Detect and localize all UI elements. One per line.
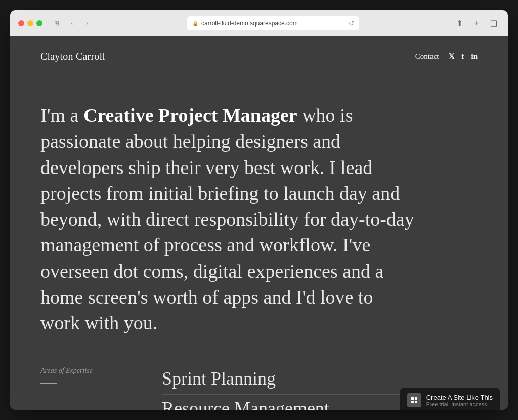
hero-text: I'm a Creative Project Manager who is pa…: [40, 103, 415, 337]
browser-window: ⊞ ‹ › 🔒 carroll-fluid-demo.squarespace.c…: [10, 10, 508, 410]
expertise-label-col: Areas of Expertise: [40, 367, 162, 384]
minimize-button[interactable]: [27, 20, 33, 26]
hero-bold-text: Creative Project Manager: [83, 105, 297, 126]
hero-text-after: who is passionate about helping designer…: [40, 105, 414, 333]
close-button[interactable]: [18, 20, 24, 26]
svg-rect-0: [411, 397, 414, 400]
squarespace-main-text: Create A Site Like This: [426, 394, 493, 401]
squarespace-banner-text: Create A Site Like This Free trial. Inst…: [426, 394, 493, 407]
site-nav: Contact 𝕏 f in: [415, 52, 478, 61]
site-header: Clayton Carroll Contact 𝕏 f in: [10, 36, 508, 72]
expertise-divider: [40, 383, 57, 384]
social-icons: 𝕏 f in: [449, 52, 478, 61]
svg-rect-3: [415, 401, 417, 403]
lock-icon: 🔒: [192, 21, 198, 26]
address-text: carroll-fluid-demo.squarespace.com: [201, 20, 298, 27]
traffic-lights: [18, 20, 42, 26]
browser-actions: ⬆ + ❏: [453, 17, 500, 29]
squarespace-banner[interactable]: Create A Site Like This Free trial. Inst…: [400, 388, 500, 410]
duplicate-tab-button[interactable]: ❏: [488, 17, 500, 29]
forward-button[interactable]: ›: [81, 17, 93, 29]
site-logo[interactable]: Clayton Carroll: [40, 51, 105, 62]
svg-rect-2: [411, 401, 414, 403]
hero-section: I'm a Creative Project Manager who is pa…: [10, 72, 508, 357]
address-bar-container: 🔒 carroll-fluid-demo.squarespace.com ↺: [97, 16, 449, 30]
maximize-button[interactable]: [36, 20, 42, 26]
squarespace-logo-icon: [407, 393, 421, 407]
share-button[interactable]: ⬆: [453, 17, 465, 29]
website-content: Clayton Carroll Contact 𝕏 f in I'm a Cre…: [10, 36, 508, 410]
browser-window-icon[interactable]: ⊞: [51, 17, 63, 29]
expertise-label: Areas of Expertise: [40, 367, 162, 375]
facebook-icon[interactable]: f: [461, 52, 464, 61]
linkedin-icon[interactable]: in: [471, 52, 478, 61]
address-bar[interactable]: 🔒 carroll-fluid-demo.squarespace.com ↺: [187, 16, 359, 30]
browser-chrome: ⊞ ‹ › 🔒 carroll-fluid-demo.squarespace.c…: [10, 10, 508, 36]
reload-button[interactable]: ↺: [349, 20, 354, 27]
back-button[interactable]: ‹: [66, 17, 78, 29]
svg-rect-1: [415, 397, 417, 400]
contact-link[interactable]: Contact: [415, 52, 439, 61]
bottom-section: Areas of Expertise Sprint Planning Resou…: [10, 357, 508, 410]
add-tab-button[interactable]: +: [470, 17, 483, 29]
hero-text-before: I'm a: [40, 105, 83, 126]
squarespace-sub-text: Free trial. Instant access.: [426, 401, 493, 407]
twitter-icon[interactable]: 𝕏: [449, 52, 454, 61]
browser-controls: ⊞ ‹ ›: [51, 17, 93, 29]
